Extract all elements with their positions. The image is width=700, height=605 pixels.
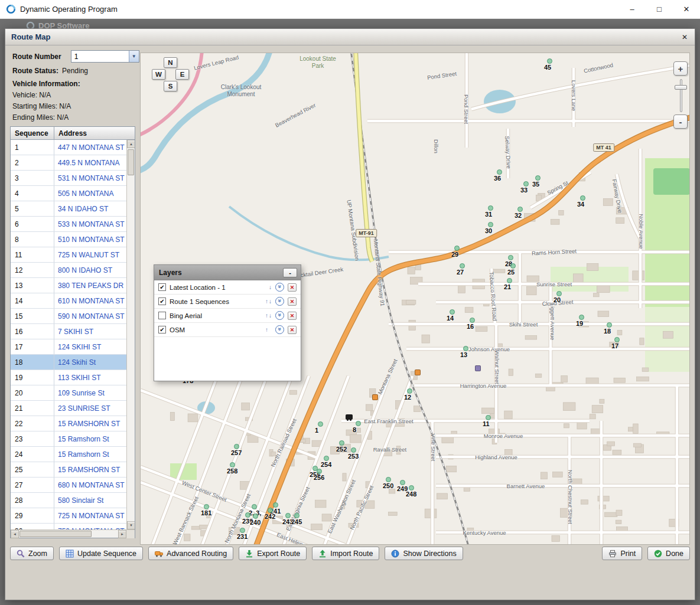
table-row[interactable]: 30750 N MONTANA ST [11, 524, 126, 529]
route-number-select[interactable]: 1 ▼ [71, 50, 139, 63]
pan-south-button[interactable]: S [164, 81, 177, 91]
address-link[interactable]: 610 N MONTANA ST [54, 293, 126, 308]
layer-options-chevron-icon[interactable]: » [275, 325, 284, 334]
layers-collapse-button[interactable]: - [283, 268, 297, 277]
table-row[interactable]: 6533 N MONTANA ST [11, 217, 126, 232]
show-directions-button[interactable]: Show Directions [385, 547, 463, 560]
table-row[interactable]: 17124 SKIHI ST [11, 339, 126, 355]
maximize-icon[interactable]: □ [646, 0, 673, 19]
table-row[interactable]: 1447 N MONTANA ST [11, 140, 126, 155]
table-row[interactable]: 534 N IDAHO ST [11, 201, 126, 217]
table-row[interactable]: 2415 Ramshorn St [11, 447, 126, 462]
table-row[interactable]: 27680 N MONTANA ST [11, 478, 126, 493]
table-row[interactable]: 28580 Sinclair St [11, 493, 126, 508]
move-layer-up-icon[interactable]: ↑ [265, 312, 268, 319]
address-link[interactable]: 725 N MONTANA ST [54, 508, 126, 523]
table-row[interactable]: 14610 N MONTANA ST [11, 293, 126, 309]
address-link[interactable]: 531 N MONTANA ST [54, 171, 126, 185]
table-row[interactable]: 2449.5 N MONTANA [11, 155, 126, 171]
zoom-button[interactable]: Zoom [10, 547, 54, 560]
table-row[interactable]: 167 SKIHI ST [11, 324, 126, 339]
vertical-scroll-track[interactable] [127, 148, 135, 521]
move-layer-down-icon[interactable]: ↓ [269, 312, 272, 319]
zoom-slider-track[interactable] [680, 79, 682, 112]
remove-layer-icon[interactable]: ✕ [288, 312, 297, 320]
table-row[interactable]: 8510 N MONTANA ST [11, 232, 126, 247]
address-link[interactable]: 510 N MONTANA ST [54, 232, 126, 247]
address-link[interactable]: 800 N IDAHO ST [54, 263, 126, 277]
export-route-button[interactable]: Export Route [239, 547, 307, 560]
scroll-down-icon[interactable]: ▼ [127, 521, 135, 529]
address-link[interactable]: 109 Sunrise St [54, 385, 126, 400]
table-row[interactable]: 3531 N MONTANA ST [11, 171, 126, 186]
dialog-close-icon[interactable]: ✕ [681, 33, 689, 41]
column-header-sequence[interactable]: Sequence [11, 127, 54, 139]
table-row[interactable]: 13380 TEN PEAKS DR [11, 278, 126, 293]
table-row[interactable]: 18124 Skihi St [11, 355, 126, 370]
remove-layer-icon[interactable]: ✕ [288, 297, 297, 306]
update-sequence-button[interactable]: Update Sequence [59, 547, 143, 560]
address-link[interactable]: 124 Skihi St [54, 355, 126, 369]
remove-layer-icon[interactable]: ✕ [288, 283, 297, 292]
vertical-scrollbar[interactable]: ▲ ▼ [126, 140, 135, 529]
horizontal-scroll-thumb[interactable] [19, 531, 92, 537]
zoom-slider-handle[interactable] [675, 85, 687, 90]
pan-west-button[interactable]: W [152, 69, 165, 80]
address-link[interactable]: 7 SKIHI ST [54, 324, 126, 339]
scroll-left-icon[interactable]: ◄ [11, 530, 19, 538]
horizontal-scroll-track[interactable] [19, 530, 118, 538]
address-link[interactable]: 15 Ramshorn St [54, 447, 126, 462]
print-button[interactable]: Print [602, 547, 642, 560]
scroll-up-icon[interactable]: ▲ [127, 140, 135, 148]
layer-options-chevron-icon[interactable]: » [275, 297, 284, 306]
table-row[interactable]: 20109 Sunrise St [11, 385, 126, 401]
vehicle-marker-icon[interactable] [346, 414, 353, 420]
table-row[interactable]: 19113 SKIHI ST [11, 370, 126, 385]
advanced-routing-button[interactable]: Advanced Routing [148, 547, 233, 560]
minimize-icon[interactable]: – [618, 0, 646, 19]
table-row[interactable]: 2123 SUNRISE ST [11, 401, 126, 416]
table-row[interactable]: 4505 N MONTANA [11, 186, 126, 201]
address-link[interactable]: 533 N MONTANA ST [54, 217, 126, 231]
address-link[interactable]: 124 SKIHI ST [54, 339, 126, 354]
address-link[interactable]: 680 N MONTANA ST [54, 478, 126, 492]
address-link[interactable]: 590 N MONTANA ST [54, 309, 126, 323]
address-link[interactable]: 15 RAMSHORN ST [54, 462, 126, 477]
address-link[interactable]: 380 TEN PEAKS DR [54, 278, 126, 293]
address-link[interactable]: 15 Ramshorn St [54, 431, 126, 446]
layer-checkbox[interactable]: ✔ [158, 326, 166, 333]
pan-north-button[interactable]: N [164, 57, 177, 68]
column-header-address[interactable]: Address [54, 127, 135, 139]
move-layer-down-icon[interactable]: ↓ [269, 284, 272, 290]
close-icon[interactable]: ✕ [673, 0, 700, 19]
vertical-scroll-thumb[interactable] [128, 149, 134, 175]
table-row[interactable]: 11725 N WALNUT ST [11, 247, 126, 263]
address-link[interactable]: 725 N WALNUT ST [54, 247, 126, 262]
table-row[interactable]: 2515 RAMSHORN ST [11, 462, 126, 478]
table-row[interactable]: 15590 N MONTANA ST [11, 309, 126, 324]
move-layer-down-icon[interactable]: ↓ [269, 298, 272, 305]
move-layer-up-icon[interactable]: ↑ [265, 298, 268, 305]
dropdown-arrow-icon[interactable]: ▼ [129, 51, 139, 62]
address-link[interactable]: 113 SKIHI ST [54, 370, 126, 385]
layer-checkbox[interactable]: ✔ [158, 283, 166, 291]
address-link[interactable]: 23 SUNRISE ST [54, 401, 126, 416]
address-link[interactable]: 34 N IDAHO ST [54, 201, 126, 216]
layer-options-chevron-icon[interactable]: » [275, 311, 284, 320]
address-link[interactable]: 580 Sinclair St [54, 493, 126, 508]
zoom-in-button[interactable]: + [673, 61, 688, 76]
map-canvas[interactable]: Lovers Leap RoadPond StreetPond StreetCo… [140, 53, 690, 545]
scroll-right-icon[interactable]: ► [118, 530, 126, 538]
layer-checkbox[interactable]: ✔ [158, 297, 166, 305]
address-link[interactable]: 505 N MONTANA [54, 186, 126, 201]
table-row[interactable]: 12800 N IDAHO ST [11, 263, 126, 278]
address-link[interactable]: 15 RAMSHORN ST [54, 416, 126, 431]
zoom-out-button[interactable]: - [673, 115, 688, 129]
address-link[interactable]: 449.5 N MONTANA [54, 155, 126, 170]
pan-east-button[interactable]: E [175, 69, 189, 80]
remove-layer-icon[interactable]: ✕ [288, 326, 297, 334]
done-button[interactable]: Done [647, 547, 690, 560]
table-row[interactable]: 2215 RAMSHORN ST [11, 416, 126, 431]
address-link[interactable]: 447 N MONTANA ST [54, 140, 126, 155]
address-link[interactable]: 750 N MONTANA ST [54, 524, 126, 529]
